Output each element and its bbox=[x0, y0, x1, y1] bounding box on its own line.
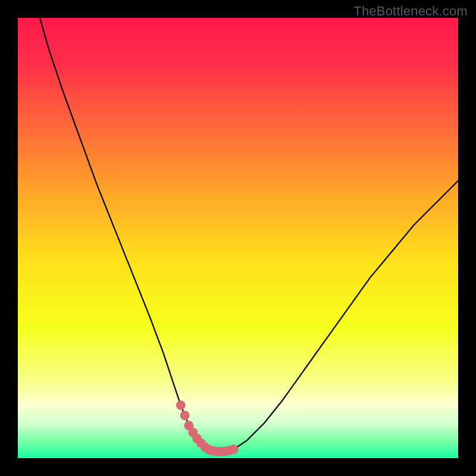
chart-stage: TheBottleneck.com bbox=[0, 0, 476, 476]
valley-marker-dot bbox=[176, 400, 186, 410]
valley-marker-dot bbox=[180, 411, 190, 420]
gradient-background bbox=[18, 18, 458, 458]
watermark-text: TheBottleneck.com bbox=[353, 4, 468, 19]
plot-area bbox=[18, 18, 458, 458]
valley-marker-dot bbox=[229, 444, 239, 454]
bottleneck-chart bbox=[18, 18, 458, 458]
